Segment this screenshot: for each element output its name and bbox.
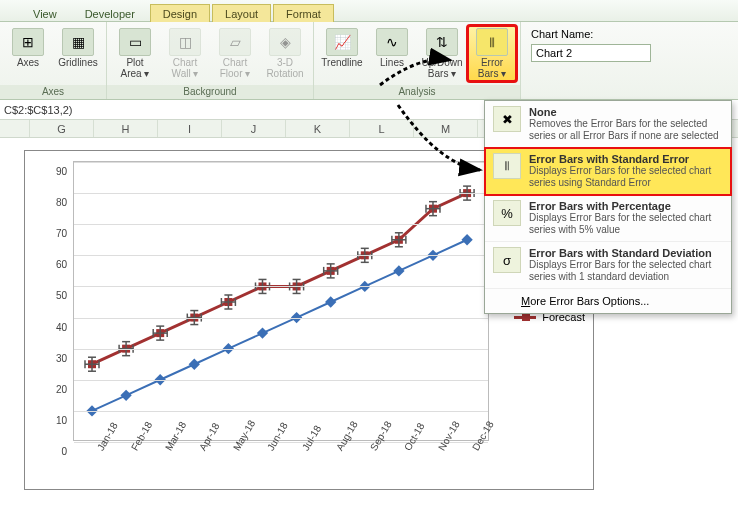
dd-stderr-desc: Displays Error Bars for the selected cha… bbox=[529, 165, 723, 189]
svg-rect-5 bbox=[257, 327, 268, 338]
tab-layout[interactable]: Layout bbox=[212, 4, 271, 22]
std-error-icon: ⫴ bbox=[493, 153, 521, 179]
dd-more-options[interactable]: MMore Error Bars Options...ore Error Bar… bbox=[485, 289, 731, 313]
tab-view[interactable]: View bbox=[20, 4, 70, 22]
dd-pct-title: Error Bars with Percentage bbox=[529, 200, 723, 212]
updown-icon: ⇅ bbox=[426, 28, 458, 56]
std-dev-icon: σ bbox=[493, 247, 521, 273]
tab-format[interactable]: Format bbox=[273, 4, 334, 22]
chart-series bbox=[74, 162, 488, 440]
axes-button[interactable]: ⊞ Axes bbox=[4, 26, 52, 71]
rotation-icon: ◈ bbox=[269, 28, 301, 56]
col-G[interactable]: G bbox=[30, 120, 94, 137]
legend-swatch-forecast bbox=[514, 316, 536, 319]
dd-stderr-title: Error Bars with Standard Error bbox=[529, 153, 723, 165]
dd-percentage[interactable]: % Error Bars with Percentage Displays Er… bbox=[485, 195, 731, 242]
svg-rect-3 bbox=[189, 359, 200, 370]
group-analysis: 📈 Trendline ∿ Lines ⇅ Up/Down Bars ▾ ⫴ E… bbox=[314, 22, 521, 99]
chart-floor-icon: ▱ bbox=[219, 28, 251, 56]
dd-none-title: None bbox=[529, 106, 723, 118]
error-bars-dropdown: ✖ None Removes the Error Bars for the se… bbox=[484, 100, 732, 314]
svg-rect-11 bbox=[461, 234, 472, 245]
dd-stddev-desc: Displays Error Bars for the selected cha… bbox=[529, 259, 723, 283]
col-L[interactable]: L bbox=[350, 120, 414, 137]
col-J[interactable]: J bbox=[222, 120, 286, 137]
dd-none-desc: Removes the Error Bars for the selected … bbox=[529, 118, 723, 142]
group-label-background: Background bbox=[107, 85, 313, 99]
plot-area-icon: ▭ bbox=[119, 28, 151, 56]
chart-name-input[interactable] bbox=[531, 44, 651, 62]
updown-button[interactable]: ⇅ Up/Down Bars ▾ bbox=[418, 26, 466, 81]
lines-button[interactable]: ∿ Lines bbox=[368, 26, 416, 81]
tab-design[interactable]: Design bbox=[150, 4, 210, 22]
dd-stddev-title: Error Bars with Standard Deviation bbox=[529, 247, 723, 259]
group-label-axes: Axes bbox=[0, 85, 106, 99]
col-I[interactable]: I bbox=[158, 120, 222, 137]
x-axis: Jan-18Feb-18Mar-18Apr-18May-18Jun-18Jul-… bbox=[73, 443, 489, 483]
group-axes: ⊞ Axes ▦ Gridlines Axes bbox=[0, 22, 107, 99]
chart-name-group: Chart Name: bbox=[521, 22, 661, 99]
svg-rect-7 bbox=[325, 296, 336, 307]
dd-standard-error[interactable]: ⫴ Error Bars with Standard Error Display… bbox=[485, 148, 731, 195]
col-K[interactable]: K bbox=[286, 120, 350, 137]
trendline-button[interactable]: 📈 Trendline bbox=[318, 26, 366, 81]
gridlines-icon: ▦ bbox=[62, 28, 94, 56]
chart-floor-button: ▱ Chart Floor ▾ bbox=[211, 26, 259, 81]
svg-rect-9 bbox=[393, 265, 404, 276]
tab-developer[interactable]: Developer bbox=[72, 4, 148, 22]
plot-area[interactable] bbox=[73, 161, 489, 441]
svg-rect-1 bbox=[120, 390, 131, 401]
col-spacer bbox=[0, 120, 30, 137]
group-background: ▭ Plot Area ▾ ◫ Chart Wall ▾ ▱ Chart Flo… bbox=[107, 22, 314, 99]
rotation-button: ◈ 3-D Rotation bbox=[261, 26, 309, 81]
trendline-icon: 📈 bbox=[326, 28, 358, 56]
dd-pct-desc: Displays Error Bars for the selected cha… bbox=[529, 212, 723, 236]
ribbon-tabs: View Developer Design Layout Format bbox=[0, 0, 738, 22]
axes-icon: ⊞ bbox=[12, 28, 44, 56]
col-M[interactable]: M bbox=[414, 120, 478, 137]
ribbon: ⊞ Axes ▦ Gridlines Axes ▭ Plot Area ▾ ◫ … bbox=[0, 22, 738, 100]
none-icon: ✖ bbox=[493, 106, 521, 132]
dd-none[interactable]: ✖ None Removes the Error Bars for the se… bbox=[485, 101, 731, 148]
col-H[interactable]: H bbox=[94, 120, 158, 137]
group-label-analysis: Analysis bbox=[314, 85, 520, 99]
error-bars-icon: ⫴ bbox=[476, 28, 508, 56]
plot-area-button[interactable]: ▭ Plot Area ▾ bbox=[111, 26, 159, 81]
chart-wall-button: ◫ Chart Wall ▾ bbox=[161, 26, 209, 81]
dd-standard-deviation[interactable]: σ Error Bars with Standard Deviation Dis… bbox=[485, 242, 731, 289]
chart-name-label: Chart Name: bbox=[531, 28, 651, 40]
gridlines-button[interactable]: ▦ Gridlines bbox=[54, 26, 102, 71]
chart-wall-icon: ◫ bbox=[169, 28, 201, 56]
percentage-icon: % bbox=[493, 200, 521, 226]
y-axis: 0102030405060708090 bbox=[25, 161, 71, 441]
error-bars-button[interactable]: ⫴ Error Bars ▾ bbox=[468, 26, 516, 81]
lines-icon: ∿ bbox=[376, 28, 408, 56]
